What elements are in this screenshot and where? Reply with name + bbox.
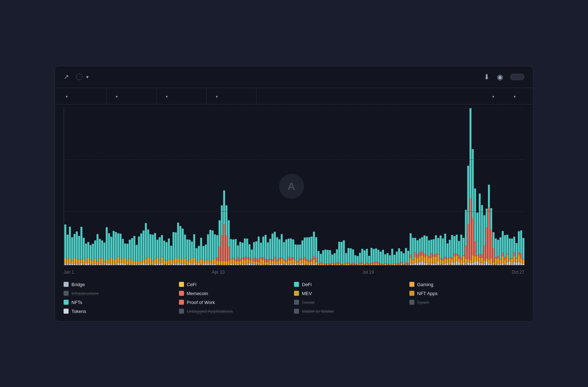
- svg-rect-668: [513, 262, 515, 265]
- period-chevron-icon: ▾: [492, 94, 494, 99]
- svg-rect-592: [469, 263, 471, 265]
- svg-rect-166: [191, 258, 193, 264]
- svg-rect-148: [177, 259, 179, 263]
- svg-rect-613: [481, 258, 483, 263]
- svg-rect-241: [244, 260, 246, 264]
- svg-rect-654: [504, 257, 506, 260]
- breakdown-value-dropdown[interactable]: ▾: [214, 94, 249, 99]
- svg-rect-583: [463, 238, 464, 255]
- svg-rect-125: [159, 237, 160, 260]
- svg-rect-428: [364, 264, 365, 265]
- title-dropdown-icon[interactable]: ▾: [86, 74, 89, 80]
- svg-rect-221: [233, 259, 234, 264]
- svg-rect-21: [80, 263, 82, 265]
- svg-rect-553: [447, 259, 448, 263]
- svg-rect-208: [223, 224, 225, 261]
- legend-color-gaming: [409, 282, 414, 287]
- svg-rect-2: [64, 224, 66, 258]
- svg-rect-43: [96, 261, 98, 265]
- camera-icon[interactable]: ◉: [497, 73, 503, 81]
- svg-rect-65: [113, 231, 114, 259]
- svg-rect-235: [239, 242, 241, 259]
- svg-rect-275: [262, 236, 264, 257]
- svg-rect-309: [283, 260, 285, 265]
- legend-color-proof-of-work: [179, 300, 184, 305]
- legend-label-gaming: Gaming: [417, 282, 434, 287]
- svg-rect-404: [345, 263, 347, 265]
- aggregate-value-dropdown[interactable]: ▾: [512, 94, 516, 99]
- svg-rect-87: [131, 264, 133, 265]
- units-value-dropdown[interactable]: ▾: [164, 94, 199, 99]
- svg-rect-46: [99, 259, 101, 264]
- svg-rect-341: [302, 259, 303, 263]
- main-container: ↗ ▾ ⬇ ◉ ▾ ▾: [55, 66, 533, 322]
- svg-rect-47: [99, 239, 101, 259]
- svg-rect-223: [233, 239, 234, 258]
- svg-rect-453: [382, 264, 384, 264]
- svg-rect-203: [219, 220, 220, 246]
- info-icon[interactable]: [76, 74, 83, 80]
- svg-rect-48: [101, 264, 103, 265]
- svg-rect-298: [276, 260, 278, 261]
- svg-rect-66: [115, 264, 117, 265]
- svg-rect-378: [324, 263, 326, 265]
- svg-rect-584: [465, 264, 467, 265]
- svg-rect-636: [495, 265, 497, 265]
- svg-rect-120: [156, 264, 158, 265]
- svg-rect-526: [430, 253, 432, 258]
- chart-chevron-icon: ▾: [66, 94, 68, 99]
- svg-rect-211: [225, 235, 227, 261]
- svg-rect-196: [214, 259, 216, 263]
- scale-value-dropdown[interactable]: ▾: [114, 94, 149, 99]
- chart-value-dropdown[interactable]: ▾: [64, 94, 99, 99]
- svg-rect-604: [477, 261, 478, 265]
- svg-rect-94: [136, 261, 138, 264]
- legend-item-nfts: NFTs: [64, 300, 179, 305]
- svg-rect-64: [113, 259, 114, 264]
- svg-rect-685: [523, 260, 524, 264]
- svg-rect-482: [405, 264, 407, 265]
- svg-rect-569: [456, 255, 458, 261]
- svg-rect-596: [472, 263, 474, 265]
- svg-rect-287: [269, 239, 271, 259]
- customize-chart-button[interactable]: [510, 74, 524, 80]
- svg-rect-141: [173, 263, 174, 265]
- svg-rect-194: [212, 230, 214, 259]
- svg-rect-618: [483, 246, 485, 260]
- svg-rect-384: [329, 263, 331, 265]
- svg-rect-411: [350, 264, 352, 265]
- svg-rect-60: [110, 264, 112, 265]
- svg-rect-15: [76, 264, 78, 265]
- svg-rect-606: [477, 255, 478, 255]
- svg-rect-387: [332, 263, 333, 263]
- svg-rect-457: [384, 254, 386, 263]
- svg-rect-444: [375, 261, 377, 263]
- svg-rect-303: [278, 239, 280, 258]
- svg-rect-481: [403, 253, 404, 264]
- svg-rect-216: [230, 263, 232, 265]
- svg-rect-435: [368, 264, 370, 264]
- svg-rect-305: [281, 258, 283, 263]
- svg-rect-283: [267, 242, 269, 259]
- svg-rect-507: [419, 238, 421, 252]
- svg-rect-454: [382, 250, 384, 264]
- svg-rect-487: [407, 251, 409, 263]
- download-icon[interactable]: ⬇: [484, 73, 490, 81]
- svg-rect-574: [458, 255, 460, 259]
- svg-rect-338: [299, 258, 301, 260]
- svg-rect-449: [380, 264, 382, 265]
- svg-rect-343: [302, 240, 303, 259]
- svg-rect-682: [520, 254, 522, 259]
- svg-rect-525: [430, 258, 432, 263]
- svg-rect-633: [493, 262, 494, 265]
- svg-rect-38: [92, 244, 94, 261]
- svg-rect-436: [368, 256, 370, 264]
- svg-rect-35: [90, 245, 91, 260]
- svg-rect-531: [433, 239, 434, 254]
- svg-rect-547: [442, 238, 444, 259]
- svg-rect-430: [364, 250, 365, 264]
- svg-rect-92: [133, 236, 135, 260]
- svg-rect-621: [485, 258, 487, 261]
- svg-rect-39: [94, 264, 96, 265]
- period-value-dropdown[interactable]: ▾: [490, 94, 494, 99]
